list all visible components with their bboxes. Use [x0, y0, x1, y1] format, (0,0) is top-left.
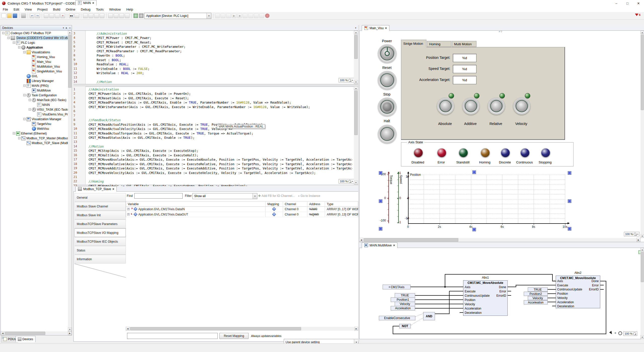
- scroll-left-icon[interactable]: ◀: [1, 331, 5, 335]
- declaration-zoom-badge[interactable]: 100 %▾: [339, 78, 354, 82]
- operand-box[interactable]: TRUE: [395, 293, 415, 298]
- replace-icon[interactable]: [74, 13, 79, 18]
- stop-button[interactable]: [378, 98, 396, 116]
- scroll-right-icon[interactable]: ▶: [68, 331, 72, 335]
- relative-button[interactable]: [488, 98, 505, 115]
- selection-handle[interactable]: [568, 171, 571, 175]
- scroll-down-icon[interactable]: ▼: [640, 335, 644, 339]
- operand-box[interactable]: Acceleation: [524, 300, 548, 304]
- menu-item-file[interactable]: File: [0, 8, 11, 11]
- motion-tab-homing[interactable]: Homing: [427, 41, 451, 47]
- selection-handle[interactable]: [379, 171, 382, 175]
- open-project-icon[interactable]: [7, 13, 12, 18]
- tab-main-multimove[interactable]: MAIN.MultiMove×: [362, 242, 397, 248]
- tree-expander-icon[interactable]: −: [13, 41, 15, 44]
- modbus-nav-modbus-slave-channel[interactable]: Modbus Slave Channel: [74, 202, 126, 211]
- scroll-up-icon[interactable]: ▲: [68, 31, 72, 34]
- declaration-vscroll-thumb[interactable]: [354, 35, 358, 59]
- and-operator-block[interactable]: AND: [423, 312, 435, 320]
- implementation-vscroll-thumb[interactable]: [354, 91, 358, 135]
- save-icon[interactable]: [13, 13, 17, 18]
- operand-box[interactable]: Position1: [391, 297, 415, 302]
- minimize-button[interactable]: –: [611, 0, 622, 7]
- tree-item-plc[interactable]: −PLC Logic: [1, 40, 72, 45]
- bookmark-prev-icon[interactable]: [94, 13, 99, 18]
- tree-item-singlemotion_visu[interactable]: SingleMotion_Visu: [1, 69, 72, 74]
- visu-hscroll-thumb[interactable]: [364, 238, 458, 242]
- step-out-icon[interactable]: [259, 13, 264, 18]
- tree-item-main_visu[interactable]: Main_Visu: [1, 59, 72, 64]
- operand-box[interactable]: TRUE: [528, 287, 548, 292]
- indent-icon[interactable]: [108, 13, 113, 18]
- scroll-up-icon[interactable]: ▲: [640, 31, 644, 34]
- tree-item-main[interactable]: MAIN: [1, 102, 72, 107]
- additive-button[interactable]: [462, 98, 479, 115]
- tree-expander-icon[interactable]: −: [8, 37, 10, 39]
- panel-close-icon[interactable]: ×: [69, 26, 71, 29]
- step-into-icon[interactable]: [254, 13, 259, 18]
- filter-dropdown[interactable]: Show all▾: [192, 193, 257, 199]
- tree-item-ethernet[interactable]: −Ethernet (Ethernet): [1, 131, 72, 136]
- bookmark-toggle-icon[interactable]: [83, 13, 88, 18]
- tree-expander-icon[interactable]: −: [23, 51, 26, 53]
- motion-tab-multi-motion[interactable]: Multi Motion: [452, 41, 476, 47]
- new-project-icon[interactable]: [2, 13, 6, 18]
- operand-axis-variable[interactable]: ≡CM1TAxis: [383, 285, 411, 289]
- menu-item-edit[interactable]: Edit: [11, 8, 22, 11]
- reset-button[interactable]: [378, 71, 396, 90]
- zoom-in-icon[interactable]: +: [614, 331, 616, 335]
- tree-item-main[interactable]: −MAIN (PRG): [1, 83, 72, 88]
- comment-icon[interactable]: [119, 13, 124, 18]
- logout-icon[interactable]: [221, 13, 225, 18]
- operand-box[interactable]: Position2: [524, 292, 548, 296]
- tree-item-visualizations[interactable]: −Visualizations: [1, 50, 72, 55]
- devices-hscroll-thumb[interactable]: [5, 332, 45, 335]
- tree-expander-icon[interactable]: −: [23, 84, 26, 87]
- tree-item-visuelems.visu_prg[interactable]: VisuElems.Visu_Prg: [1, 112, 72, 117]
- devices-vscroll-thumb[interactable]: [68, 35, 71, 88]
- download-icon[interactable]: [226, 13, 231, 18]
- row-expander-icon[interactable]: +: [127, 213, 130, 215]
- selection-handle[interactable]: [379, 227, 382, 231]
- selection-handle[interactable]: [568, 199, 571, 203]
- tree-expander-icon[interactable]: −: [18, 46, 20, 49]
- menu-item-online[interactable]: Online: [63, 8, 78, 11]
- close-button[interactable]: ✕: [633, 0, 644, 7]
- absolute-button[interactable]: [437, 98, 454, 115]
- tree-item-maintask[interactable]: −MainTask (IEC-Tasks): [1, 98, 72, 102]
- tree-item-modbus_tcp_master[interactable]: −Modbus_TCP_Master (Modbus TCP Master): [1, 136, 72, 141]
- application-combo[interactable]: Application [Device: PLC Logic]▾: [144, 13, 211, 19]
- scroll-down-icon[interactable]: ▼: [354, 181, 358, 185]
- tree-item-targetvisu[interactable]: TargetVisu: [1, 121, 72, 126]
- modbus-hscroll-thumb[interactable]: [130, 327, 301, 330]
- print-icon[interactable]: [21, 13, 26, 18]
- tree-expander-icon[interactable]: −: [13, 132, 15, 135]
- magnifier-icon[interactable]: [618, 331, 622, 335]
- visu-zoom-badge[interactable]: 100 %▾: [624, 232, 639, 236]
- halt-button[interactable]: [378, 125, 396, 143]
- tree-item-application[interactable]: −Application: [1, 45, 72, 50]
- scroll-up-icon[interactable]: ▲: [354, 86, 358, 90]
- tree-item-library[interactable]: Library Manager: [1, 78, 72, 83]
- scroll-left-icon[interactable]: ◀: [126, 327, 130, 331]
- field-value-box[interactable]: %d: [453, 65, 476, 73]
- menu-item-tools[interactable]: Tools: [93, 8, 106, 11]
- row-expander-icon[interactable]: +: [127, 208, 130, 210]
- tree-expander-icon[interactable]: −: [23, 94, 26, 96]
- menu-item-build[interactable]: Build: [50, 8, 63, 11]
- modbus-nav-modbustcpslave-iec-objects[interactable]: ModbusTCPSlave IEC Objects: [74, 237, 126, 246]
- add-fb-button[interactable]: ✚Add FB for IO Channel...: [258, 193, 295, 199]
- field-value-box[interactable]: %d: [453, 76, 476, 84]
- build-icon[interactable]: [133, 13, 138, 18]
- not-operator-block[interactable]: NOT: [399, 324, 411, 328]
- scroll-down-icon[interactable]: ▼: [640, 234, 644, 238]
- tab-close-icon[interactable]: ×: [92, 1, 94, 5]
- reset-mapping-button[interactable]: Reset Mapping: [219, 333, 249, 339]
- bottom-tab-devices[interactable]: Devices: [16, 336, 35, 342]
- step-over-icon[interactable]: [248, 13, 253, 18]
- bookmark-clear-icon[interactable]: [100, 13, 104, 18]
- tree-item-task[interactable]: −Task Configuration: [1, 93, 72, 98]
- scroll-right-icon[interactable]: ▶: [354, 327, 358, 331]
- tab-main-visu[interactable]: Main_Visu×: [362, 25, 389, 31]
- tab-close-icon[interactable]: ×: [112, 187, 114, 191]
